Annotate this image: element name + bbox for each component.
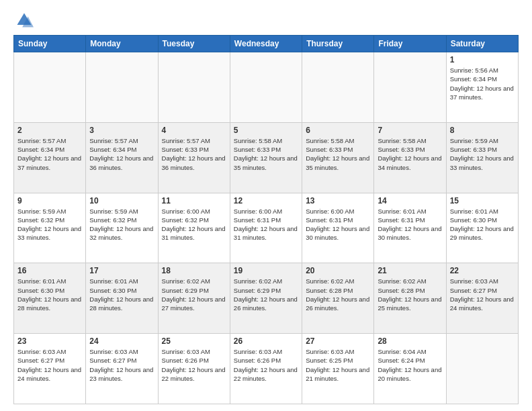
- day-info: Sunrise: 5:58 AM Sunset: 6:33 PM Dayligh…: [306, 136, 370, 172]
- calendar-cell-2-1: 2Sunrise: 5:57 AM Sunset: 6:34 PM Daylig…: [14, 122, 86, 193]
- calendar-cell-3-3: 11Sunrise: 6:00 AM Sunset: 6:32 PM Dayli…: [158, 193, 230, 263]
- calendar-cell-5-2: 24Sunrise: 6:03 AM Sunset: 6:27 PM Dayli…: [86, 334, 158, 404]
- calendar-cell-3-1: 9Sunrise: 5:59 AM Sunset: 6:32 PM Daylig…: [14, 193, 86, 263]
- day-number: 21: [378, 266, 442, 275]
- logo: [13, 11, 35, 30]
- day-number: 8: [450, 126, 515, 135]
- calendar-table: SundayMondayTuesdayWednesdayThursdayFrid…: [13, 35, 519, 404]
- day-info: Sunrise: 6:02 AM Sunset: 6:29 PM Dayligh…: [162, 277, 226, 312]
- calendar-cell-1-7: 1Sunrise: 5:56 AM Sunset: 6:34 PM Daylig…: [446, 52, 518, 123]
- day-number: 1: [450, 55, 515, 64]
- calendar-week-row-1: 1Sunrise: 5:56 AM Sunset: 6:34 PM Daylig…: [14, 52, 519, 123]
- weekday-header-row: SundayMondayTuesdayWednesdayThursdayFrid…: [14, 36, 519, 52]
- calendar-week-row-2: 2Sunrise: 5:57 AM Sunset: 6:34 PM Daylig…: [14, 122, 519, 193]
- calendar-cell-4-1: 16Sunrise: 6:01 AM Sunset: 6:30 PM Dayli…: [14, 263, 86, 334]
- calendar-cell-3-4: 12Sunrise: 6:00 AM Sunset: 6:31 PM Dayli…: [230, 193, 302, 263]
- calendar-cell-2-4: 5Sunrise: 5:58 AM Sunset: 6:33 PM Daylig…: [230, 122, 302, 193]
- weekday-header-wednesday: Wednesday: [230, 36, 302, 52]
- weekday-header-saturday: Saturday: [446, 36, 518, 52]
- day-number: 20: [306, 266, 370, 275]
- calendar-cell-5-4: 26Sunrise: 6:03 AM Sunset: 6:26 PM Dayli…: [230, 334, 302, 404]
- weekday-header-tuesday: Tuesday: [158, 36, 230, 52]
- day-info: Sunrise: 6:02 AM Sunset: 6:28 PM Dayligh…: [378, 277, 442, 312]
- calendar-cell-1-2: [86, 52, 158, 123]
- calendar-cell-3-5: 13Sunrise: 6:00 AM Sunset: 6:31 PM Dayli…: [302, 193, 374, 263]
- day-number: 18: [162, 266, 226, 275]
- day-info: Sunrise: 5:59 AM Sunset: 6:33 PM Dayligh…: [450, 136, 515, 172]
- calendar-cell-4-3: 18Sunrise: 6:02 AM Sunset: 6:29 PM Dayli…: [158, 263, 230, 334]
- weekday-header-monday: Monday: [86, 36, 158, 52]
- day-number: 25: [162, 336, 226, 346]
- day-number: 22: [450, 266, 515, 275]
- calendar-week-row-5: 23Sunrise: 6:03 AM Sunset: 6:27 PM Dayli…: [14, 334, 519, 404]
- day-info: Sunrise: 6:03 AM Sunset: 6:26 PM Dayligh…: [234, 347, 298, 383]
- day-info: Sunrise: 5:59 AM Sunset: 6:32 PM Dayligh…: [89, 207, 154, 242]
- calendar-cell-1-4: [230, 52, 302, 123]
- calendar-week-row-3: 9Sunrise: 5:59 AM Sunset: 6:32 PM Daylig…: [14, 193, 519, 263]
- day-number: 13: [306, 196, 370, 205]
- calendar-cell-4-4: 19Sunrise: 6:02 AM Sunset: 6:29 PM Dayli…: [230, 263, 302, 334]
- calendar-cell-5-6: 28Sunrise: 6:04 AM Sunset: 6:24 PM Dayli…: [374, 334, 446, 404]
- day-info: Sunrise: 6:00 AM Sunset: 6:31 PM Dayligh…: [306, 207, 370, 242]
- day-number: 6: [306, 126, 370, 135]
- calendar-cell-4-5: 20Sunrise: 6:02 AM Sunset: 6:28 PM Dayli…: [302, 263, 374, 334]
- calendar-cell-3-6: 14Sunrise: 6:01 AM Sunset: 6:31 PM Dayli…: [374, 193, 446, 263]
- day-number: 15: [450, 196, 515, 205]
- day-number: 7: [378, 126, 442, 135]
- calendar-cell-1-3: [158, 52, 230, 123]
- calendar-cell-2-3: 4Sunrise: 5:57 AM Sunset: 6:33 PM Daylig…: [158, 122, 230, 193]
- weekday-header-friday: Friday: [374, 36, 446, 52]
- day-info: Sunrise: 5:57 AM Sunset: 6:34 PM Dayligh…: [89, 136, 154, 172]
- day-info: Sunrise: 6:00 AM Sunset: 6:32 PM Dayligh…: [162, 207, 226, 242]
- day-number: 5: [234, 126, 298, 135]
- day-info: Sunrise: 5:56 AM Sunset: 6:34 PM Dayligh…: [450, 66, 515, 101]
- day-info: Sunrise: 6:02 AM Sunset: 6:29 PM Dayligh…: [234, 277, 298, 312]
- day-number: 27: [306, 336, 370, 346]
- day-number: 10: [89, 196, 154, 205]
- day-info: Sunrise: 6:01 AM Sunset: 6:30 PM Dayligh…: [450, 207, 515, 242]
- calendar-cell-1-1: [14, 52, 86, 123]
- day-info: Sunrise: 5:58 AM Sunset: 6:33 PM Dayligh…: [234, 136, 298, 172]
- calendar-cell-4-2: 17Sunrise: 6:01 AM Sunset: 6:30 PM Dayli…: [86, 263, 158, 334]
- day-number: 14: [378, 196, 442, 205]
- calendar-cell-5-1: 23Sunrise: 6:03 AM Sunset: 6:27 PM Dayli…: [14, 334, 86, 404]
- calendar-cell-5-7: [446, 334, 518, 404]
- day-number: 2: [17, 126, 82, 135]
- weekday-header-thursday: Thursday: [302, 36, 374, 52]
- day-number: 23: [17, 336, 82, 346]
- day-info: Sunrise: 5:57 AM Sunset: 6:33 PM Dayligh…: [162, 136, 226, 172]
- calendar-cell-1-5: [302, 52, 374, 123]
- day-number: 26: [234, 336, 298, 346]
- day-info: Sunrise: 6:01 AM Sunset: 6:30 PM Dayligh…: [17, 277, 82, 312]
- calendar-cell-2-7: 8Sunrise: 5:59 AM Sunset: 6:33 PM Daylig…: [446, 122, 518, 193]
- day-info: Sunrise: 6:03 AM Sunset: 6:26 PM Dayligh…: [162, 347, 226, 383]
- day-number: 24: [89, 336, 154, 346]
- calendar-cell-4-6: 21Sunrise: 6:02 AM Sunset: 6:28 PM Dayli…: [374, 263, 446, 334]
- day-info: Sunrise: 6:03 AM Sunset: 6:25 PM Dayligh…: [306, 347, 370, 383]
- day-number: 4: [162, 126, 226, 135]
- day-number: 3: [89, 126, 154, 135]
- day-number: 11: [162, 196, 226, 205]
- logo-icon: [15, 11, 34, 30]
- day-info: Sunrise: 6:04 AM Sunset: 6:24 PM Dayligh…: [378, 347, 442, 383]
- day-number: 9: [17, 196, 82, 205]
- calendar-cell-5-3: 25Sunrise: 6:03 AM Sunset: 6:26 PM Dayli…: [158, 334, 230, 404]
- day-info: Sunrise: 5:59 AM Sunset: 6:32 PM Dayligh…: [17, 207, 82, 242]
- page: SundayMondayTuesdayWednesdayThursdayFrid…: [0, 0, 532, 411]
- day-info: Sunrise: 5:57 AM Sunset: 6:34 PM Dayligh…: [17, 136, 82, 172]
- day-info: Sunrise: 6:01 AM Sunset: 6:31 PM Dayligh…: [378, 207, 442, 242]
- day-info: Sunrise: 6:01 AM Sunset: 6:30 PM Dayligh…: [89, 277, 154, 312]
- header: [13, 11, 519, 30]
- day-info: Sunrise: 6:03 AM Sunset: 6:27 PM Dayligh…: [89, 347, 154, 383]
- calendar-week-row-4: 16Sunrise: 6:01 AM Sunset: 6:30 PM Dayli…: [14, 263, 519, 334]
- calendar-cell-5-5: 27Sunrise: 6:03 AM Sunset: 6:25 PM Dayli…: [302, 334, 374, 404]
- day-number: 12: [234, 196, 298, 205]
- day-info: Sunrise: 5:58 AM Sunset: 6:33 PM Dayligh…: [378, 136, 442, 172]
- day-number: 19: [234, 266, 298, 275]
- day-number: 17: [89, 266, 154, 275]
- weekday-header-sunday: Sunday: [14, 36, 86, 52]
- calendar-cell-2-6: 7Sunrise: 5:58 AM Sunset: 6:33 PM Daylig…: [374, 122, 446, 193]
- day-info: Sunrise: 6:03 AM Sunset: 6:27 PM Dayligh…: [17, 347, 82, 383]
- calendar-cell-2-2: 3Sunrise: 5:57 AM Sunset: 6:34 PM Daylig…: [86, 122, 158, 193]
- day-number: 16: [17, 266, 82, 275]
